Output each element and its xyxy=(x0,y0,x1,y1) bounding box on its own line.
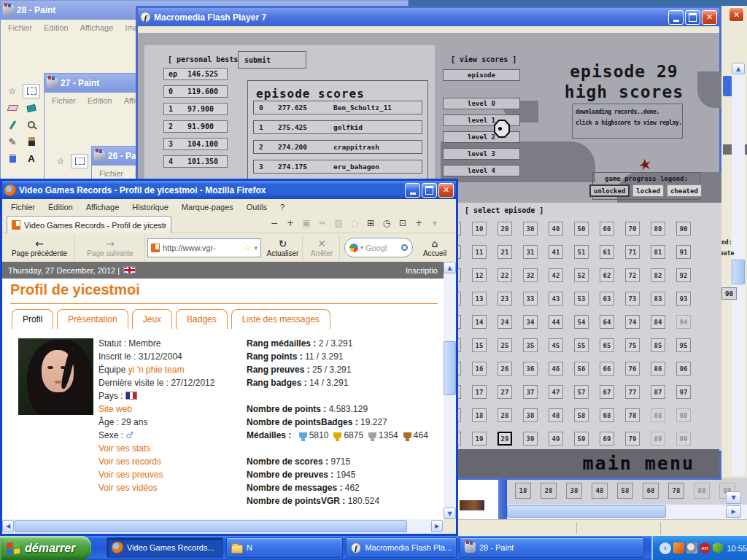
back-button[interactable]: ← Page précédente xyxy=(4,235,75,261)
episode-cell-90[interactable]: 90 xyxy=(676,222,691,236)
episode-cell-66[interactable]: 66 xyxy=(600,362,614,376)
episode-cell-47[interactable]: 47 xyxy=(549,385,563,399)
profile-link-voirsesstats[interactable]: Voir ses stats xyxy=(98,443,150,454)
magnifier-icon[interactable] xyxy=(401,244,408,251)
url-dropdown-icon[interactable]: ▾ xyxy=(254,244,258,252)
submit-button[interactable]: submit xyxy=(238,51,306,69)
episode-cell-96[interactable]: 96 xyxy=(676,362,691,376)
minimize-icon[interactable] xyxy=(668,10,684,25)
episode-cell-26[interactable]: 26 xyxy=(498,362,512,376)
profile-link-siteweb[interactable]: Site web xyxy=(98,404,132,414)
scroll-down-icon[interactable]: ▼ xyxy=(726,491,741,504)
episode-cell-24[interactable]: 24 xyxy=(498,315,512,329)
pencil-icon[interactable]: ✎ xyxy=(4,134,21,149)
episode-cell-91[interactable]: 91 xyxy=(676,245,691,259)
flash-titlebar[interactable]: f Macromedia Flash Player 7 xyxy=(138,8,719,26)
menu-affichage[interactable]: Affichage xyxy=(80,23,114,32)
freeform-select-icon[interactable]: ☆ xyxy=(52,154,69,168)
airbrush-icon[interactable] xyxy=(4,151,21,166)
personal-best-0[interactable]: 0119.600 xyxy=(163,85,228,98)
uk-flag-icon[interactable] xyxy=(123,266,136,274)
java-tray-icon[interactable] xyxy=(673,542,684,553)
episode-cell-95[interactable]: 95 xyxy=(676,338,691,352)
freeform-select-icon[interactable]: ☆ xyxy=(4,84,21,98)
episode-cell-48[interactable]: 48 xyxy=(549,408,563,422)
episode-cell-61[interactable]: 61 xyxy=(600,245,614,259)
plus-icon[interactable]: + xyxy=(284,218,297,228)
scroll-left-icon[interactable]: ◀ xyxy=(2,520,14,532)
score-row-3[interactable]: 3274.175eru_bahagon xyxy=(253,160,422,174)
magnifier-icon[interactable] xyxy=(23,117,40,132)
maximize-icon[interactable] xyxy=(422,183,437,198)
episode-cell-23[interactable]: 23 xyxy=(498,292,512,306)
eyedropper-icon[interactable] xyxy=(4,117,21,132)
episode-cell-99[interactable]: 99 xyxy=(676,432,691,446)
score-row-1[interactable]: 1275.425golfkid xyxy=(253,120,422,134)
episode-cell-98[interactable]: 98 xyxy=(676,408,691,422)
episode-cell-25[interactable]: 25 xyxy=(498,338,512,352)
menu-marquepages[interactable]: Marque-pages xyxy=(182,203,233,211)
scrollbar-thumb[interactable] xyxy=(732,260,745,284)
episode-cell-37[interactable]: 37 xyxy=(523,385,538,399)
select-icon[interactable] xyxy=(23,84,40,98)
menu-fichier[interactable]: Fichier xyxy=(11,203,35,211)
episode-cell-71[interactable]: 71 xyxy=(625,245,640,259)
episode-cell-72[interactable]: 72 xyxy=(625,268,640,282)
eraser-icon[interactable] xyxy=(4,101,21,115)
episode-cell-13[interactable]: 13 xyxy=(472,292,487,306)
view-level3-button[interactable]: level 3 xyxy=(443,148,520,160)
episode-cell-38[interactable]: 38 xyxy=(566,483,582,499)
menu-fichier[interactable]: Fichier xyxy=(99,169,123,178)
history-icon[interactable]: ◷ xyxy=(380,218,393,228)
episode-cell-27[interactable]: 27 xyxy=(498,385,512,399)
episode-cell-51[interactable]: 51 xyxy=(574,245,589,259)
episode-cell-52[interactable]: 52 xyxy=(574,268,589,282)
episode-cell-34[interactable]: 34 xyxy=(523,315,538,329)
episode-cell-70[interactable]: 70 xyxy=(625,222,640,236)
tab-profil[interactable]: Profil xyxy=(12,309,53,329)
episode-cell-32[interactable]: 32 xyxy=(523,268,538,282)
firefox-titlebar[interactable]: Video Games Records - Profil de yicestmo… xyxy=(2,181,456,199)
episode-cell-93[interactable]: 93 xyxy=(676,292,691,306)
search-input[interactable]: ▾ Googl xyxy=(344,238,413,257)
episode-cell-58[interactable]: 58 xyxy=(574,408,589,422)
episode-cell-12[interactable]: 12 xyxy=(472,268,487,282)
taskbar-item-paint[interactable]: 28 - Paint xyxy=(460,537,644,558)
episode-cell-49[interactable]: 49 xyxy=(549,432,563,446)
episode-cell-69[interactable]: 69 xyxy=(600,432,614,446)
personal-best-4[interactable]: 4101.350 xyxy=(163,155,228,168)
firefox-vscrollbar[interactable]: ▲ ▼ xyxy=(444,262,456,519)
tab-profil-de-yicestmoi[interactable]: Video Games Records - Profil de yicestmo… xyxy=(7,216,171,233)
episode-cell-54[interactable]: 54 xyxy=(574,315,589,329)
episode-cell-39[interactable]: 39 xyxy=(523,432,538,446)
episode-cell-88[interactable]: 88 xyxy=(694,483,710,499)
episode-cell-38[interactable]: 38 xyxy=(523,408,538,422)
episode-cell-45[interactable]: 45 xyxy=(549,338,563,352)
search-tray-icon[interactable] xyxy=(686,542,697,553)
episode-cell-60[interactable]: 60 xyxy=(600,222,614,236)
minus-icon[interactable]: − xyxy=(268,218,281,228)
episode-cell-63[interactable]: 63 xyxy=(600,292,614,306)
episode-cell-50[interactable]: 50 xyxy=(574,222,589,236)
background-hscrollbar[interactable]: ▶ xyxy=(507,505,747,519)
reload-button[interactable]: ↻ Actualiser xyxy=(263,235,303,261)
legend-cheated[interactable]: cheated xyxy=(667,184,702,197)
scroll-up-icon[interactable]: ▲ xyxy=(732,63,745,74)
episode-cell-29[interactable]: 29 xyxy=(498,432,512,446)
view-level4-button[interactable]: level 4 xyxy=(443,165,520,176)
tab-jeux[interactable]: Jeux xyxy=(132,309,172,329)
taskbar-item-folder[interactable]: N xyxy=(226,537,343,558)
print-icon[interactable]: ⊡ xyxy=(396,218,409,228)
episode-cell-40[interactable]: 40 xyxy=(549,222,563,236)
episode-cell-83[interactable]: 83 xyxy=(651,292,665,306)
episode-cell-46[interactable]: 46 xyxy=(549,362,563,376)
forward-button[interactable]: → Page suivante xyxy=(76,235,145,261)
episode-cell-97[interactable]: 97 xyxy=(676,385,691,399)
text-tool-icon[interactable]: A xyxy=(23,151,40,166)
close-icon[interactable] xyxy=(438,183,454,198)
episode-cell-73[interactable]: 73 xyxy=(625,292,640,306)
episode-cell-15[interactable]: 15 xyxy=(472,338,487,352)
episode-cell-28[interactable]: 28 xyxy=(498,408,512,422)
episode-cell-17[interactable]: 17 xyxy=(472,385,487,399)
profile-link-voirsespreuves[interactable]: Voir ses preuves xyxy=(98,470,163,480)
